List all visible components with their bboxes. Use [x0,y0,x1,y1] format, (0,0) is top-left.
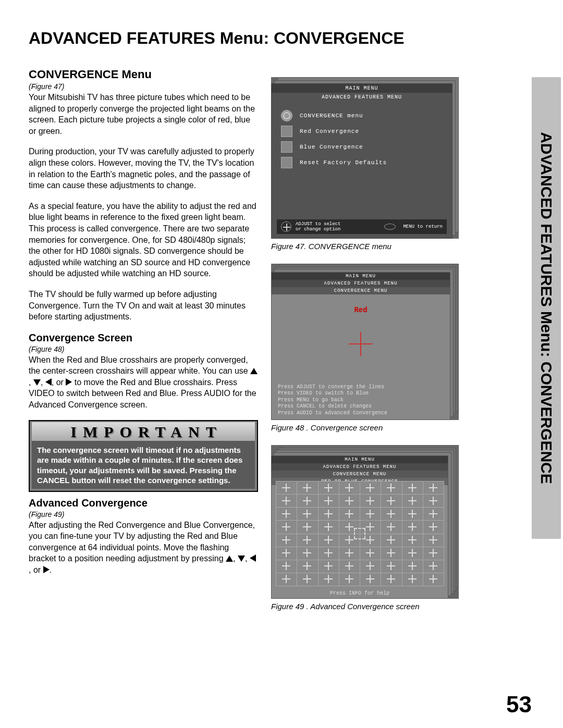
grid-crosshair [345,497,353,505]
grid-crosshair [303,510,311,518]
grid-crosshair [429,523,437,531]
grid-crosshair [387,484,395,492]
left-arrow-icon [45,378,52,386]
grid-crosshair [429,484,437,492]
grid-crosshair [282,549,290,557]
grid-crosshair [345,575,353,583]
footer-text-1: ADJUST to select [296,221,340,227]
grid-crosshair [408,575,417,583]
fig49-h2: ADVANCED FEATURES MENU [272,463,448,471]
para-4: The TV should be fully warmed up before … [29,289,258,323]
fig47-footer-text: ADJUST to select or change option [296,221,340,232]
grid-crosshair [324,497,333,505]
grid-crosshair [303,575,311,583]
grid-crosshair [303,536,311,544]
grid-crosshair [345,484,353,492]
left-arrow-icon [250,554,256,562]
figref-47: (Figure 47) [29,82,258,91]
grid-crosshair [303,497,311,505]
grid-crosshair [282,575,290,583]
fig47-footer: ADJUST to select or change option MENU t… [277,219,447,234]
up-arrow-icon [226,556,233,562]
page-title-text: ADVANCED FEATURES Menu: CONVERGENCE [29,29,405,48]
important-text: The convergence screen will timeout if n… [35,444,252,487]
fig48-h1: MAIN MENU [272,273,450,280]
square-icon [281,126,292,137]
para-adv-conv: After adjusting the Red Convergence and … [29,520,258,576]
side-tab: ADVANCED FEATURES Menu: CONVERGENCE [532,77,561,539]
grid-crosshair [324,562,333,570]
target-icon [281,110,292,121]
down-arrow-icon [33,379,41,386]
figure-49: MAIN MENU ADVANCED FEATURES MENU CONVERG… [271,445,459,599]
grid-crosshair [345,510,353,518]
square-icon [281,141,292,153]
grid-crosshair [366,549,374,557]
grid-crosshair [282,484,290,492]
para-6a: After adjusting the Red Convergence and … [29,521,255,563]
up-arrow-icon [250,368,258,374]
grid-crosshair [366,484,374,492]
page-number: 53 [506,692,532,718]
figure-47: MAIN MENU ADVANCED FEATURES MENU CONVERG… [271,77,459,239]
grid-crosshair [282,562,290,570]
grid-crosshair [366,536,374,544]
menu-label-reset: Reset Factory Defaults [300,159,387,166]
fig49-h1: MAIN MENU [272,456,448,463]
grid-crosshair [366,575,374,583]
grid-area [276,481,444,586]
grid-crosshair [303,523,311,531]
press-line-1: Press ADJUST to converge the lines [278,384,444,391]
fig47-header-main: MAIN MENU [272,84,452,93]
square-icon [281,157,292,168]
grid-crosshair [387,497,395,505]
figure-48: MAIN MENU ADVANCED FEATURES MENU CONVERG… [271,264,459,420]
press-line-5: Press AUDIO to Advanced Convergence [278,410,444,417]
important-box: IMPORTANT The convergence screen will ti… [29,420,258,492]
grid-crosshair [408,510,417,518]
figref-48: (Figure 48) [29,345,258,353]
converge-area: Red [272,291,450,382]
grid-crosshair [429,497,437,505]
grid-crosshair [408,484,417,492]
fig48-press-text: Press ADJUST to converge the lines Press… [278,384,444,417]
grid-crosshair [324,575,333,583]
red-label: Red [354,306,367,314]
fig49-footer: Press INFO for help [272,590,448,596]
menu-label-convergence: CONVERGENCE menu [300,113,363,119]
menu-oval-icon [384,224,396,230]
grid-crosshair [324,536,333,544]
para-3: As a special feature, you have the abili… [29,201,258,279]
footer-text-3: MENU to return [403,224,443,229]
grid-crosshair [324,484,333,492]
fig47-header-adv: ADVANCED FEATURES MENU [272,93,452,102]
grid-crosshair [303,562,311,570]
grid-crosshair [345,562,353,570]
press-line-3: Press MENU to go back [278,397,444,404]
menu-row-blue: Blue Convergence [272,139,452,155]
grid-crosshair [282,523,290,531]
grid-crosshair [387,510,395,518]
press-line-4: Press CANCEL to delete changes [278,403,444,410]
para-5a: When the Red and Blue crosshairs are pro… [29,355,250,376]
menu-label-red: Red Convergence [300,128,359,134]
grid-crosshair [408,549,417,557]
grid-crosshair [387,549,395,557]
grid-crosshair [408,562,417,570]
footer-text-2: or change option [296,227,340,232]
grid-crosshair [324,510,333,518]
figref-49: (Figure 49) [29,510,258,519]
grid-crosshair [366,510,374,518]
para-6b: or [31,565,43,574]
page-title: ADVANCED FEATURES Menu: CONVERGENCE [29,29,405,64]
grid-crosshair [408,497,417,505]
grid-crosshair [408,523,417,531]
important-title: IMPORTANT [32,422,255,441]
grid-crosshair [303,549,311,557]
side-tab-text: ADVANCED FEATURES Menu: CONVERGENCE [537,132,555,484]
adjust-icon [281,221,291,232]
para-conv-screen: When the Red and Blue crosshairs are pro… [29,354,258,411]
grid-crosshair [345,549,353,557]
fig48-h2: ADVANCED FEATURES MENU [272,280,450,287]
heading-advanced-convergence: Advanced Convergence [29,497,258,509]
